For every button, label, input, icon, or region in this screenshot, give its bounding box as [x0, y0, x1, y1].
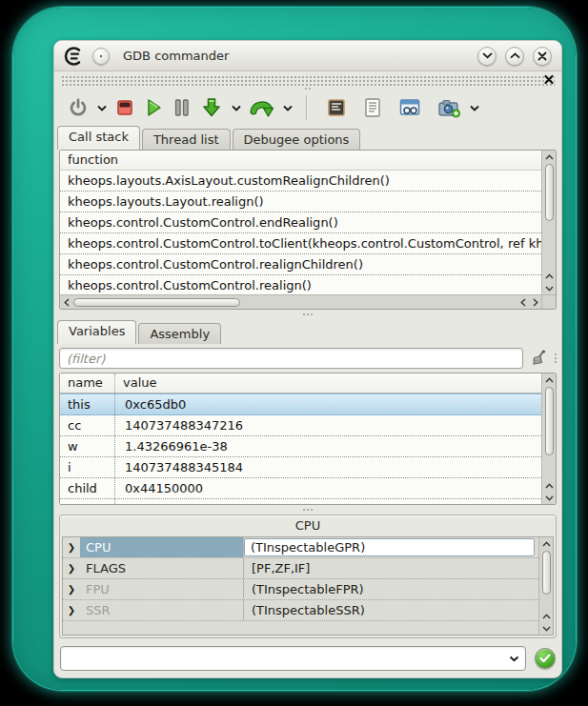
step-over-button[interactable]	[250, 96, 274, 119]
callstack-panel: function kheops.layouts.AxisLayout.custo…	[59, 150, 557, 310]
cpu-row[interactable]: ❯ FLAGS [PF,ZF,IF]	[63, 558, 538, 579]
clear-filter-broom-icon[interactable]	[529, 349, 549, 368]
callstack-row[interactable]: kheops.layouts.Layout.realign()	[60, 192, 541, 212]
dock-close-icon[interactable]	[542, 72, 556, 86]
tab-debugee-options[interactable]: Debugee options	[233, 129, 361, 150]
scrollbar-thumb[interactable]	[542, 551, 551, 595]
callstack-tabbar: Call stack Thread list Debugee options	[54, 125, 561, 150]
cpu-register-table[interactable]: ❯ CPU (TInspectableGPR) ❯ FLAGS [PF,ZF,I…	[63, 537, 538, 635]
power-dropdown-chevron[interactable]	[97, 105, 107, 111]
titlebar[interactable]: GDB commander	[54, 41, 561, 71]
scrollbar-corner	[541, 294, 556, 309]
scroll-left-icon[interactable]	[517, 295, 529, 309]
power-button[interactable]	[68, 97, 89, 118]
scroll-down-icon[interactable]	[542, 282, 556, 294]
variable-row[interactable]: this 0xc65db0	[60, 393, 541, 415]
window-frame-glow: GDB commander	[13, 8, 576, 690]
expand-chevron-right-icon[interactable]: ❯	[63, 584, 80, 595]
confirm-command-button[interactable]	[535, 648, 556, 669]
expand-chevron-right-icon[interactable]: ❯	[63, 605, 80, 615]
scroll-left-icon[interactable]	[60, 295, 72, 309]
expand-chevron-right-icon[interactable]: ❯	[63, 542, 80, 553]
close-button[interactable]	[533, 47, 552, 66]
scroll-down-icon[interactable]	[539, 622, 553, 635]
panel-splitter[interactable]	[54, 505, 561, 514]
variable-row[interactable]: cc 140737488347216	[60, 415, 541, 436]
cpu-row[interactable]: ❯ FPU (TInspectableFPR)	[63, 579, 538, 600]
filter-row	[59, 348, 557, 369]
scroll-up-icon[interactable]	[542, 373, 556, 386]
variable-row[interactable]: child 0x44150000	[60, 478, 541, 499]
unshade-button[interactable]	[505, 47, 524, 66]
app-logo-icon	[64, 46, 85, 67]
callstack-row[interactable]: kheops.layouts.AxisLayout.customRealignC…	[60, 171, 541, 192]
variables-table[interactable]: name value this 0xc65db0 cc 140737488347…	[60, 373, 541, 504]
command-row	[54, 638, 561, 671]
callstack-row[interactable]: kheops.control.CustomControl.endRealign(…	[60, 212, 541, 233]
gdb-commander-window: GDB commander	[53, 40, 562, 678]
scroll-down-icon[interactable]	[542, 492, 556, 504]
shade-button[interactable]	[477, 47, 497, 66]
cpu-value-editor[interactable]: (TInspectableGPR)	[244, 538, 535, 556]
scroll-right-icon[interactable]	[529, 295, 541, 309]
combo-dropdown-chevron[interactable]	[502, 647, 525, 670]
variable-row[interactable]: b 1.43266961e-38	[60, 499, 541, 504]
scrollbar-thumb[interactable]	[73, 298, 240, 307]
variables-panel: name value this 0xc65db0 cc 140737488347…	[59, 373, 557, 505]
tab-call-stack[interactable]: Call stack	[57, 126, 140, 150]
expand-chevron-right-icon[interactable]: ❯	[63, 563, 80, 574]
callstack-row[interactable]: kheops.control.CustomControl.realignChil…	[60, 254, 541, 275]
scroll-up-icon[interactable]	[542, 479, 556, 492]
window-title: GDB commander	[123, 49, 470, 63]
scroll-up-icon[interactable]	[542, 151, 556, 163]
memory-view-button[interactable]	[326, 97, 347, 118]
variables-filter-input[interactable]	[59, 348, 523, 369]
callstack-horizontal-scrollbar[interactable]	[60, 294, 541, 309]
panel-edge-grip[interactable]	[555, 353, 557, 363]
tab-thread-list[interactable]: Thread list	[142, 129, 231, 150]
callstack-row[interactable]: kheops.control.CustomControl.realign()	[60, 275, 541, 294]
variable-row[interactable]: w 1.43266961e-38	[60, 436, 541, 457]
debug-toolbar	[54, 91, 561, 125]
disassembly-button[interactable]	[363, 97, 382, 118]
inspect-tabbar: Variables Assembly	[54, 319, 561, 344]
toolbar-separator	[306, 95, 307, 120]
step-into-dropdown-chevron[interactable]	[232, 105, 241, 111]
add-watch-button[interactable]	[437, 97, 461, 118]
scroll-up-icon[interactable]	[542, 270, 556, 282]
variable-row[interactable]: i 140737488345184	[60, 457, 541, 478]
cpu-groupbox-title: CPU	[60, 515, 556, 536]
desktop-background: GDB commander	[0, 0, 588, 706]
gdb-command-input[interactable]	[61, 648, 502, 669]
add-watch-dropdown-chevron[interactable]	[470, 105, 479, 111]
scroll-up-icon[interactable]	[539, 537, 553, 550]
callstack-vertical-scrollbar[interactable]	[541, 151, 556, 294]
step-over-dropdown-chevron[interactable]	[283, 105, 293, 111]
tab-variables[interactable]: Variables	[57, 320, 136, 344]
column-header-name[interactable]: name	[60, 373, 115, 393]
cpu-row[interactable]: ❯ SSR (TInspectableSSR)	[63, 600, 538, 621]
watch-window-button[interactable]	[398, 97, 421, 118]
cpu-row[interactable]: ❯ CPU (TInspectableGPR)	[63, 537, 538, 558]
variables-header-row[interactable]: name value	[60, 373, 541, 393]
callstack-row[interactable]: kheops.control.CustomControl.toClient(kh…	[60, 233, 541, 254]
panel-splitter[interactable]	[54, 310, 561, 319]
cpu-vertical-scrollbar[interactable]	[538, 537, 553, 635]
scrollbar-thumb[interactable]	[545, 387, 554, 455]
sticky-button[interactable]	[92, 48, 110, 65]
pause-button[interactable]	[172, 97, 192, 118]
scrollbar-thumb[interactable]	[545, 164, 554, 221]
gdb-command-combobox[interactable]	[60, 646, 526, 671]
callstack-column-header[interactable]: function	[60, 151, 541, 171]
dock-drag-handle[interactable]	[61, 74, 555, 86]
tab-assembly[interactable]: Assembly	[138, 323, 221, 344]
cpu-groupbox: CPU ❯ CPU (TInspectableGPR) ❯ FLAGS [PF,…	[59, 514, 557, 638]
stop-button[interactable]	[115, 98, 134, 117]
variables-vertical-scrollbar[interactable]	[541, 373, 556, 504]
step-into-button[interactable]	[200, 96, 223, 119]
column-header-value[interactable]: value	[115, 373, 541, 393]
run-button[interactable]	[143, 97, 164, 118]
scroll-up-icon[interactable]	[539, 610, 553, 622]
callstack-table[interactable]: function kheops.layouts.AxisLayout.custo…	[60, 151, 541, 294]
